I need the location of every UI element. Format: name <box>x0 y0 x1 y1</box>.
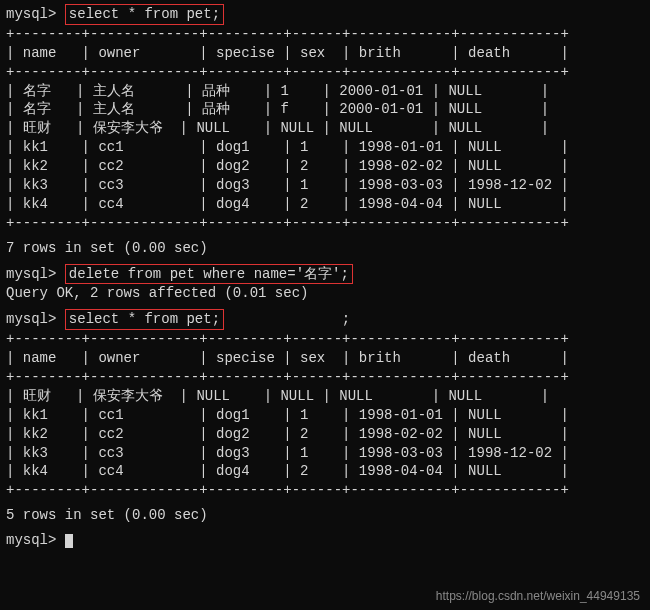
query-line-1: mysql> select * from pet; <box>6 4 644 25</box>
table2-border-mid: +--------+-------------+---------+------… <box>6 368 644 387</box>
table2-border-top: +--------+-------------+---------+------… <box>6 330 644 349</box>
table1-row: | kk3 | cc3 | dog3 | 1 | 1998-03-03 | 19… <box>6 176 644 195</box>
table2-row: | kk4 | cc4 | dog4 | 2 | 1998-04-04 | NU… <box>6 462 644 481</box>
table1-row: | 旺财 | 保安李大爷 | NULL | NULL | NULL | NULL… <box>6 119 644 138</box>
table2-header: | name | owner | specise | sex | brith |… <box>6 349 644 368</box>
table2-row: | kk1 | cc1 | dog1 | 1 | 1998-01-01 | NU… <box>6 406 644 425</box>
query-line-2: mysql> delete from pet where name='名字'; <box>6 264 644 285</box>
table1-row: | kk4 | cc4 | dog4 | 2 | 1998-04-04 | NU… <box>6 195 644 214</box>
query-2-highlight: delete from pet where name='名字'; <box>65 264 353 285</box>
table1-border-mid: +--------+-------------+---------+------… <box>6 63 644 82</box>
table1-row: | 名字 | 主人名 | 品种 | 1 | 2000-01-01 | NULL … <box>6 82 644 101</box>
table2-row: | kk3 | cc3 | dog3 | 1 | 1998-03-03 | 19… <box>6 444 644 463</box>
table2-border-bot: +--------+-------------+---------+------… <box>6 481 644 500</box>
table1-row: | kk1 | cc1 | dog1 | 1 | 1998-01-01 | NU… <box>6 138 644 157</box>
result-1: 7 rows in set (0.00 sec) <box>6 239 644 258</box>
query-line-4[interactable]: mysql> <box>6 531 644 550</box>
query-1-highlight: select * from pet; <box>65 4 224 25</box>
result-2: Query OK, 2 rows affected (0.01 sec) <box>6 284 644 303</box>
cursor-icon <box>65 534 73 548</box>
mysql-prompt: mysql> <box>6 532 56 548</box>
table1-border-top: +--------+-------------+---------+------… <box>6 25 644 44</box>
table1-row: | kk2 | cc2 | dog2 | 2 | 1998-02-02 | NU… <box>6 157 644 176</box>
mysql-prompt: mysql> <box>6 311 56 327</box>
table2-row: | kk2 | cc2 | dog2 | 2 | 1998-02-02 | NU… <box>6 425 644 444</box>
table1-header: | name | owner | specise | sex | brith |… <box>6 44 644 63</box>
table1-border-bot: +--------+-------------+---------+------… <box>6 214 644 233</box>
mysql-prompt: mysql> <box>6 266 56 282</box>
result-3: 5 rows in set (0.00 sec) <box>6 506 644 525</box>
table1-row: | 名字 | 主人名 | 品种 | f | 2000-01-01 | NULL … <box>6 100 644 119</box>
table2-row: | 旺财 | 保安李大爷 | NULL | NULL | NULL | NULL… <box>6 387 644 406</box>
watermark-link: https://blog.csdn.net/weixin_44949135 <box>436 588 640 604</box>
trailing-semicolon: ; <box>342 311 350 327</box>
query-line-3: mysql> select * from pet; ; <box>6 309 644 330</box>
query-3-highlight: select * from pet; <box>65 309 224 330</box>
mysql-prompt: mysql> <box>6 6 56 22</box>
